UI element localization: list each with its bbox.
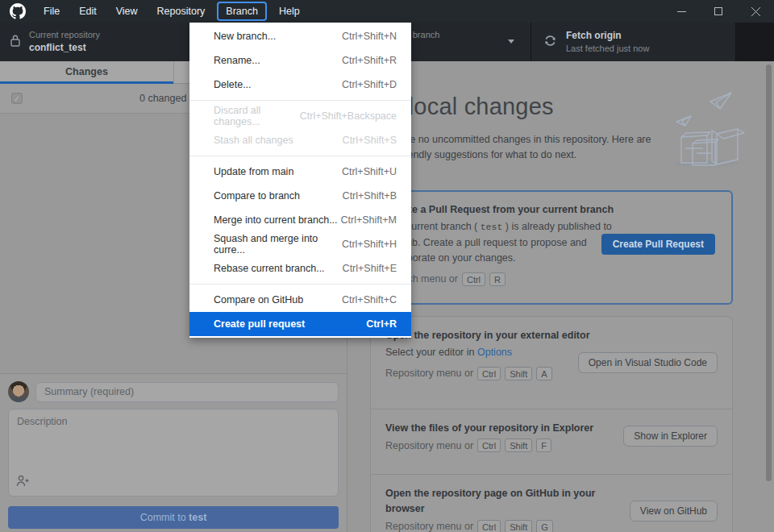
commit-description-box	[8, 409, 339, 497]
menu-edit[interactable]: Edit	[69, 0, 106, 23]
maximize-button[interactable]	[700, 0, 737, 23]
commit-form: Commit to test	[0, 373, 347, 532]
card-title: Open the repository in your external edi…	[385, 328, 591, 343]
menu-item-compare-to-branch[interactable]: Compare to branchCtrl+Shift+B	[189, 184, 411, 208]
page-subtext: There are no uncommitted changes in this…	[372, 132, 660, 163]
tab-changes[interactable]: Changes	[0, 61, 173, 84]
commit-button-branch: test	[189, 512, 206, 523]
paper-planes-illustration	[670, 89, 747, 172]
key-badge: Ctrl	[477, 520, 501, 532]
create-pull-request-button[interactable]: Create Pull Request	[601, 234, 715, 255]
current-repository-name: conflict_test	[29, 41, 100, 54]
github-desktop-window: File Edit View Repository Branch Help Cu…	[0, 0, 774, 532]
menu-view[interactable]: View	[106, 0, 148, 23]
menu-item-update-from-main[interactable]: Update from mainCtrl+Shift+U	[189, 160, 411, 184]
card-title: Open the repository page on GitHub in yo…	[385, 486, 623, 517]
commit-summary-input[interactable]	[35, 382, 339, 402]
card-hint: Branch menu or Ctrl R	[386, 272, 717, 286]
menu-item-create-pull-request[interactable]: Create pull requestCtrl+R	[189, 312, 411, 336]
menu-separator	[189, 284, 411, 285]
menu-branch[interactable]: Branch	[217, 2, 267, 21]
fetch-origin-button[interactable]: Fetch origin Last fetched just now	[531, 23, 735, 61]
branch-dropdown-menu: New branch...Ctrl+Shift+N Rename...Ctrl+…	[189, 23, 411, 338]
menu-item-delete[interactable]: Delete...Ctrl+Shift+D	[189, 73, 411, 97]
key-badge: Shift	[505, 520, 532, 532]
menu-file[interactable]: File	[34, 0, 69, 23]
suggestion-card-group: Open the repository in your external edi…	[370, 316, 733, 532]
commit-button-prefix: Commit to	[140, 512, 189, 523]
suggestion-card-pull-request: Create a Pull Request from your current …	[370, 190, 733, 305]
lock-icon	[10, 34, 21, 51]
current-repository-label: Current repository	[29, 29, 100, 41]
suggestion-show-explorer: View the files of your repository in Exp…	[371, 409, 732, 474]
options-link[interactable]: Options	[477, 347, 512, 358]
key-badge: Shift	[505, 438, 532, 452]
window-controls	[663, 0, 774, 23]
show-in-explorer-button[interactable]: Show in Explorer	[623, 426, 718, 447]
key-badge: A	[536, 367, 551, 380]
key-badge: F	[536, 438, 551, 452]
menu-separator	[189, 100, 411, 101]
avatar	[8, 381, 29, 402]
key-badge: Ctrl	[477, 367, 501, 380]
scrollbar-thumb[interactable]	[766, 64, 772, 481]
chevron-down-icon	[508, 39, 514, 44]
suggestion-view-github: Open the repository page on GitHub in yo…	[371, 474, 732, 532]
add-coauthor-icon[interactable]	[16, 475, 30, 490]
menu-item-rename[interactable]: Rename...Ctrl+Shift+R	[189, 48, 411, 73]
minimize-button[interactable]	[663, 0, 700, 23]
no-local-changes-panel: No local changes There are no uncommitte…	[347, 61, 774, 532]
close-button[interactable]	[737, 0, 774, 23]
commit-description-input[interactable]	[9, 409, 338, 496]
menu-repository[interactable]: Repository	[148, 0, 215, 23]
github-logo-icon	[10, 3, 26, 19]
key-badge: Ctrl	[462, 272, 485, 286]
menu-separator	[189, 156, 411, 156]
key-badge: Ctrl	[477, 438, 501, 452]
card-body: The current branch ( test ) is already p…	[386, 219, 628, 266]
menu-help[interactable]: Help	[269, 0, 310, 23]
sync-icon	[543, 34, 557, 51]
key-badge: R	[489, 272, 506, 286]
menu-item-merge-into-current-branch[interactable]: Merge into current branch...Ctrl+Shift+M	[189, 208, 411, 232]
menu-item-new-branch[interactable]: New branch...Ctrl+Shift+N	[189, 24, 411, 48]
card-title: Create a Pull Request from your current …	[386, 202, 624, 218]
view-on-github-button[interactable]: View on GitHub	[630, 501, 718, 522]
menu-item-stash-all-changes: Stash all changesCtrl+Shift+S	[189, 128, 411, 152]
key-badge: G	[536, 520, 553, 532]
branch-name-code: test	[481, 222, 503, 232]
suggestion-open-editor: Open the repository in your external edi…	[371, 317, 732, 409]
title-bar: File Edit View Repository Branch Help	[0, 0, 774, 23]
menu-item-rebase-current-branch[interactable]: Rebase current branch...Ctrl+Shift+E	[189, 256, 411, 281]
key-badge: Shift	[505, 367, 532, 380]
fetch-origin-title: Fetch origin	[566, 29, 649, 42]
menu-item-discard-all-changes: Discard all changes...Ctrl+Shift+Backspa…	[189, 104, 411, 128]
card-hint: Repository menu or Ctrl Shift G	[385, 520, 718, 532]
commit-button[interactable]: Commit to test	[8, 506, 339, 529]
menu-item-squash-and-merge[interactable]: Squash and merge into curre...Ctrl+Shift…	[189, 232, 411, 256]
open-in-vscode-button[interactable]: Open in Visual Studio Code	[578, 352, 718, 373]
menu-item-compare-on-github[interactable]: Compare on GitHubCtrl+Shift+C	[189, 288, 411, 312]
fetch-origin-subtitle: Last fetched just now	[566, 43, 649, 55]
